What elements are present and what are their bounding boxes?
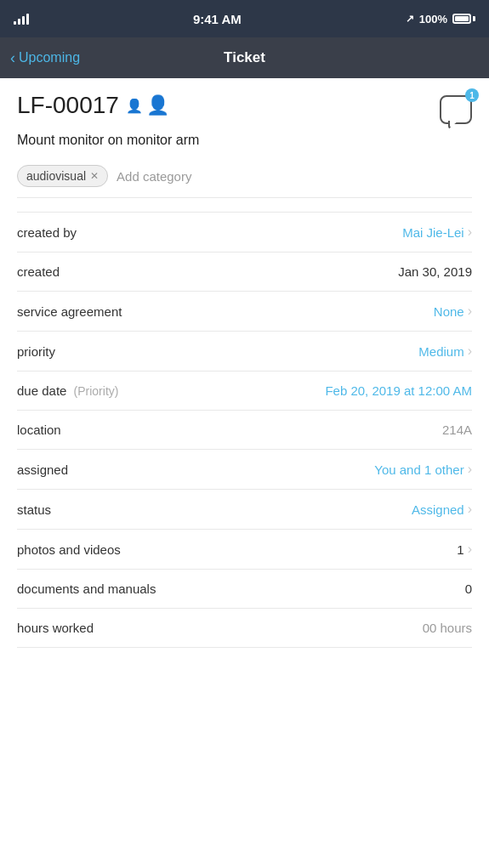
ticket-id-row: LF-00017 👤 👤 xyxy=(17,92,169,119)
detail-value-priority: Medium › xyxy=(418,343,472,359)
ticket-header: LF-00017 👤 👤 1 xyxy=(17,92,472,124)
chevron-right-icon: › xyxy=(468,542,472,557)
detail-value-status: Assigned › xyxy=(412,502,472,517)
signal-icon xyxy=(14,13,29,25)
user-icons: 👤 👤 xyxy=(126,94,169,116)
battery-percent: 100% xyxy=(419,13,447,26)
detail-value-documents: 0 xyxy=(465,582,472,596)
detail-value-created: Jan 30, 2019 xyxy=(398,264,472,279)
detail-label-service-agreement: service agreement xyxy=(17,304,122,319)
detail-value-text-documents: 0 xyxy=(465,582,472,596)
detail-value-photos-videos: 1 › xyxy=(457,542,472,557)
tag-remove-icon[interactable]: ✕ xyxy=(90,170,99,182)
detail-row-priority[interactable]: priority Medium › xyxy=(17,332,472,372)
tag-chip-audiovisual[interactable]: audiovisual ✕ xyxy=(17,165,108,187)
detail-row-created: created Jan 30, 2019 xyxy=(17,252,472,292)
detail-row-documents: documents and manuals 0 xyxy=(17,570,472,609)
back-button[interactable]: ‹ Upcoming xyxy=(10,50,80,65)
chevron-right-icon: › xyxy=(468,224,472,240)
detail-row-photos-videos[interactable]: photos and videos 1 › xyxy=(17,530,472,570)
detail-value-text-status: Assigned xyxy=(412,502,464,517)
detail-value-text-due-date: Feb 20, 2019 at 12:00 AM xyxy=(325,383,472,398)
chevron-right-icon: › xyxy=(468,502,472,517)
comment-badge: 1 xyxy=(465,88,479,102)
status-time: 9:41 AM xyxy=(193,12,242,26)
chevron-right-icon: › xyxy=(468,343,472,359)
add-category-button[interactable]: Add category xyxy=(117,169,191,184)
ticket-id-section: LF-00017 👤 👤 xyxy=(17,92,169,119)
detail-label-photos-videos: photos and videos xyxy=(17,542,121,557)
detail-label-hours-worked: hours worked xyxy=(17,621,94,635)
detail-value-text-location: 214A xyxy=(442,423,472,437)
detail-label-location: location xyxy=(17,423,61,437)
detail-value-due-date: Feb 20, 2019 at 12:00 AM xyxy=(325,383,472,398)
detail-label-assigned: assigned xyxy=(17,462,68,477)
detail-label-priority: priority xyxy=(17,344,55,359)
detail-row-service-agreement[interactable]: service agreement None › xyxy=(17,292,472,332)
tag-label: audiovisual xyxy=(26,169,86,183)
detail-value-text-priority: Medium xyxy=(418,344,463,359)
battery-icon xyxy=(452,14,475,24)
detail-label-created-by: created by xyxy=(17,225,77,240)
detail-row-created-by[interactable]: created by Mai Jie-Lei › xyxy=(17,213,472,252)
detail-value-hours-worked: 00 hours xyxy=(423,621,472,635)
status-bar: 9:41 AM ↗ 100% xyxy=(0,0,489,37)
ticket-id: LF-00017 xyxy=(17,92,119,119)
back-label: Upcoming xyxy=(19,50,80,65)
status-right-icons: ↗ 100% xyxy=(406,13,475,26)
detail-label-created: created xyxy=(17,264,60,279)
detail-rows: created by Mai Jie-Lei › created Jan 30,… xyxy=(17,212,472,648)
comment-button[interactable]: 1 xyxy=(440,95,472,124)
chevron-right-icon: › xyxy=(468,462,472,477)
detail-label-due-date: due date (Priority) xyxy=(17,383,118,398)
nav-title: Ticket xyxy=(224,49,265,66)
detail-row-assigned[interactable]: assigned You and 1 other › xyxy=(17,450,472,490)
detail-row-due-date[interactable]: due date (Priority) Feb 20, 2019 at 12:0… xyxy=(17,372,472,411)
user-small-icon: 👤 xyxy=(126,98,143,114)
detail-value-text-assigned: You and 1 other xyxy=(374,462,463,477)
nav-bar: ‹ Upcoming Ticket xyxy=(0,37,489,78)
back-chevron-icon: ‹ xyxy=(10,50,15,65)
location-icon: ↗ xyxy=(406,13,414,25)
detail-value-text-photos-videos: 1 xyxy=(457,542,463,557)
detail-row-location: location 214A xyxy=(17,411,472,450)
detail-row-status[interactable]: status Assigned › xyxy=(17,490,472,530)
detail-label-documents: documents and manuals xyxy=(17,582,156,596)
detail-label-status: status xyxy=(17,502,51,517)
detail-row-hours-worked: hours worked 00 hours xyxy=(17,609,472,648)
detail-value-location: 214A xyxy=(442,423,472,437)
detail-value-text-service-agreement: None xyxy=(434,304,464,319)
detail-value-service-agreement: None › xyxy=(434,304,472,319)
detail-value-text-hours-worked: 00 hours xyxy=(423,621,472,635)
ticket-content: LF-00017 👤 👤 1 Mount monitor on monitor … xyxy=(0,78,489,648)
detail-value-created-by: Mai Jie-Lei › xyxy=(402,224,472,240)
chevron-right-icon: › xyxy=(468,304,472,319)
detail-value-assigned: You and 1 other › xyxy=(374,462,472,477)
tags-row: audiovisual ✕ Add category xyxy=(17,165,472,198)
user-large-icon: 👤 xyxy=(146,94,169,116)
ticket-description: Mount monitor on monitor arm xyxy=(17,133,472,148)
detail-value-text-created: Jan 30, 2019 xyxy=(398,264,472,279)
detail-value-text-created-by: Mai Jie-Lei xyxy=(402,225,464,240)
